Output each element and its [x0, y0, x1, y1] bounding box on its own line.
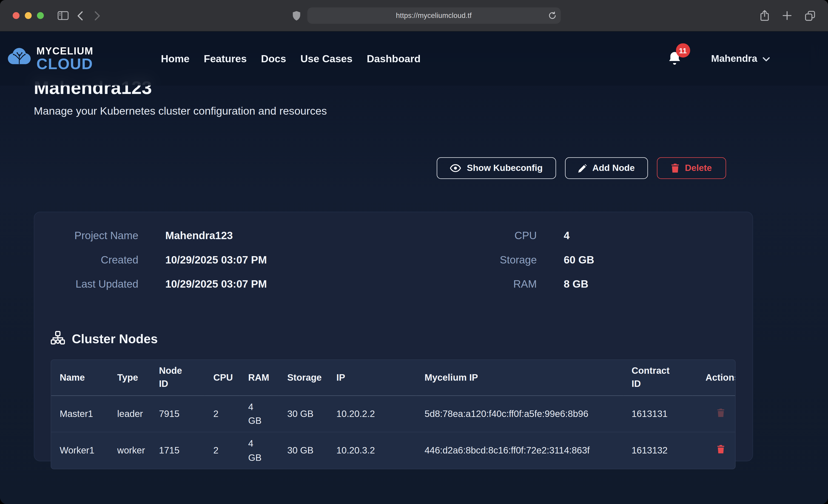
forward-icon[interactable]	[94, 11, 100, 20]
trash-icon	[717, 445, 724, 455]
address-bar-url: https://myceliumcloud.tf	[396, 12, 472, 19]
col-node-id: Node ID	[151, 360, 205, 395]
address-bar[interactable]: https://myceliumcloud.tf	[307, 7, 561, 24]
traffic-lights	[13, 12, 44, 19]
eye-icon	[450, 164, 461, 172]
cell-mycelium-ip: 5d8:78ea:a120:f40c:ff0f:a5fe:99e6:8b96	[416, 395, 623, 432]
cell-node-id: 1715	[151, 432, 205, 469]
main-content: Mahendra123 Manage your Kubernetes clust…	[0, 32, 828, 504]
brand-name-top: MYCELIUM	[37, 46, 93, 56]
cell-ip: 10.20.3.2	[328, 432, 416, 469]
col-name: Name	[51, 360, 109, 395]
nav-link-use-cases[interactable]: Use Cases	[300, 53, 353, 64]
privacy-shield-icon[interactable]	[292, 11, 300, 20]
notifications-button[interactable]: 11	[668, 51, 681, 66]
cell-cpu: 2	[205, 395, 240, 432]
cell-storage: 30 GB	[279, 432, 328, 469]
ram-label: RAM	[409, 278, 537, 290]
info-row-storage: Storage 60 GB	[409, 254, 736, 265]
page-subtitle: Manage your Kubernetes cluster configura…	[34, 104, 753, 117]
sitemap-icon	[51, 331, 65, 347]
nav-link-dashboard[interactable]: Dashboard	[367, 53, 420, 64]
pencil-icon	[578, 164, 586, 172]
col-contract-id: Contract ID	[623, 360, 693, 395]
delete-node-button[interactable]	[717, 445, 724, 455]
add-node-label: Add Node	[592, 163, 634, 173]
cell-type: worker	[109, 432, 151, 469]
browser-window: https://myceliumcloud.tf	[0, 0, 828, 504]
close-button[interactable]	[13, 12, 19, 19]
col-ip: IP	[328, 360, 416, 395]
cell-ram: 4 GB	[240, 432, 279, 469]
col-mycelium-ip: Mycelium IP	[416, 360, 623, 395]
storage-value: 60 GB	[564, 254, 594, 265]
last-updated-value: 10/29/2025 03:07 PM	[165, 278, 267, 290]
info-row-project-name: Project Name Mahendra123	[51, 230, 377, 242]
cell-name: Worker1	[51, 432, 109, 469]
tab-overview-icon[interactable]	[805, 10, 815, 21]
cpu-value: 4	[564, 230, 570, 242]
cluster-details-card: Project Name Mahendra123 Created 10/29/2…	[34, 212, 753, 461]
col-storage: Storage	[279, 360, 328, 395]
table-row: Master1 leader 7915 2 4 GB 30 GB 10.20.2…	[51, 395, 736, 432]
storage-label: Storage	[409, 254, 537, 265]
show-kubeconfig-button[interactable]: Show Kubeconfig	[437, 157, 556, 179]
col-actions: Actions	[693, 360, 736, 395]
trash-icon	[717, 409, 724, 419]
minimize-button[interactable]	[25, 12, 32, 19]
info-row-created: Created 10/29/2025 03:07 PM	[51, 254, 377, 265]
notification-badge: 11	[676, 43, 690, 57]
cell-mycelium-ip: 446:d2a6:8bcd:8c16:ff0f:72e2:3114:863f	[416, 432, 623, 469]
cell-contract-id: 1613132	[623, 432, 693, 469]
nav-link-home[interactable]: Home	[161, 53, 190, 64]
project-name-value: Mahendra123	[165, 230, 233, 242]
cell-ip: 10.20.2.2	[328, 395, 416, 432]
nodes-table: Name Type Node ID CPU RAM Storage IP Myc…	[51, 360, 736, 469]
created-value: 10/29/2025 03:07 PM	[165, 254, 267, 265]
reload-icon[interactable]	[548, 12, 556, 22]
show-kubeconfig-label: Show Kubeconfig	[467, 163, 543, 173]
share-icon[interactable]	[760, 10, 770, 21]
cluster-nodes-header: Cluster Nodes	[51, 331, 736, 347]
cell-type: leader	[109, 395, 151, 432]
created-label: Created	[51, 254, 138, 265]
delete-cluster-button[interactable]: Delete	[657, 157, 726, 179]
cell-cpu: 2	[205, 432, 240, 469]
user-name: Mahendra	[711, 53, 757, 65]
col-ram: RAM	[240, 360, 279, 395]
add-node-button[interactable]: Add Node	[565, 157, 648, 179]
trash-icon	[671, 164, 679, 172]
nav-links: Home Features Docs Use Cases Dashboard	[161, 53, 420, 65]
delete-node-button[interactable]	[717, 409, 724, 419]
cluster-actions: Show Kubeconfig Add Node Delete	[34, 157, 726, 179]
cell-storage: 30 GB	[279, 395, 328, 432]
last-updated-label: Last Updated	[51, 278, 138, 290]
brand-name-bottom: CLOUD	[37, 56, 93, 72]
nav-link-features[interactable]: Features	[204, 53, 247, 64]
user-menu[interactable]: Mahendra	[711, 53, 770, 65]
chevron-down-icon	[762, 53, 770, 65]
bell-icon	[668, 58, 681, 67]
sidebar-toggle-icon[interactable]	[57, 11, 69, 20]
new-tab-icon[interactable]	[783, 11, 791, 20]
webpage: Mahendra123 Manage your Kubernetes clust…	[0, 32, 828, 504]
ram-value: 8 GB	[564, 278, 588, 290]
info-row-last-updated: Last Updated 10/29/2025 03:07 PM	[51, 278, 377, 290]
cell-contract-id: 1613131	[623, 395, 693, 432]
site-navbar: MYCELIUM CLOUD Home Features Docs Use Ca…	[0, 32, 828, 85]
brand-logo[interactable]: MYCELIUM CLOUD	[7, 46, 93, 72]
project-name-label: Project Name	[51, 230, 138, 242]
screen: https://myceliumcloud.tf	[0, 0, 828, 504]
back-icon[interactable]	[77, 11, 83, 20]
cluster-nodes-title: Cluster Nodes	[72, 332, 158, 346]
info-row-cpu: CPU 4	[409, 230, 736, 242]
browser-toolbar: https://myceliumcloud.tf	[0, 0, 828, 32]
info-row-ram: RAM 8 GB	[409, 278, 736, 290]
table-row: Worker1 worker 1715 2 4 GB 30 GB 10.20.3…	[51, 432, 736, 469]
nav-link-docs[interactable]: Docs	[261, 53, 286, 64]
cell-node-id: 7915	[151, 395, 205, 432]
cell-ram: 4 GB	[240, 395, 279, 432]
brand-cloud-icon	[7, 46, 32, 71]
cluster-info: Project Name Mahendra123 Created 10/29/2…	[51, 230, 736, 302]
zoom-button[interactable]	[37, 12, 44, 19]
